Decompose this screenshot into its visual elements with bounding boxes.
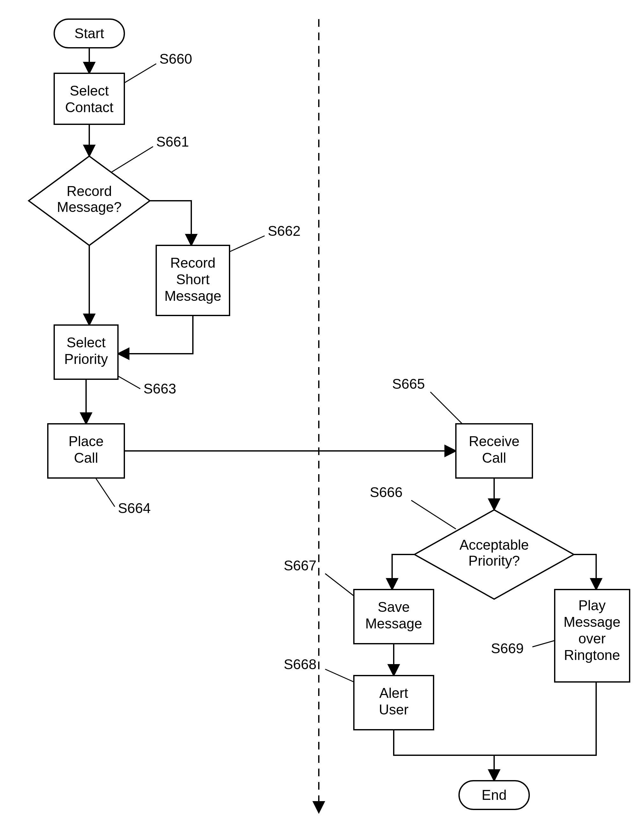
- edge-s666-s669: [574, 554, 596, 589]
- lead-s661: [112, 147, 153, 172]
- svg-text:Message: Message: [365, 616, 422, 631]
- start-text: Start: [74, 25, 104, 41]
- svg-text:Acceptable: Acceptable: [459, 537, 529, 553]
- svg-text:Place: Place: [68, 433, 104, 449]
- svg-text:User: User: [379, 702, 409, 717]
- node-s661: Record Message?: [29, 156, 150, 245]
- edge-s668-end: [394, 730, 494, 781]
- lead-s660: [124, 64, 156, 83]
- label-s667: S667: [284, 558, 316, 573]
- node-s665: Receive Call: [456, 424, 532, 478]
- node-s669: Play Message over Ringtone: [555, 589, 630, 682]
- lead-s669: [532, 641, 555, 647]
- node-s666: Acceptable Priority?: [415, 510, 574, 599]
- svg-text:Message?: Message?: [57, 199, 122, 215]
- start-node: Start: [54, 19, 124, 48]
- flowchart-canvas: Start Select Contact S660 Record Message…: [0, 0, 636, 840]
- lead-s665: [430, 392, 462, 424]
- svg-text:Record: Record: [170, 255, 215, 270]
- label-s669: S669: [491, 641, 524, 656]
- svg-text:Priority?: Priority?: [468, 553, 520, 568]
- svg-rect-1: [54, 73, 124, 124]
- svg-text:Priority: Priority: [64, 351, 108, 367]
- label-s661: S661: [156, 134, 189, 150]
- svg-text:Alert: Alert: [380, 685, 408, 701]
- label-s660: S660: [160, 51, 192, 66]
- svg-text:Save: Save: [378, 599, 410, 615]
- node-s662: Record Short Message: [156, 245, 229, 316]
- label-s662: S662: [268, 223, 301, 239]
- svg-text:Ringtone: Ringtone: [564, 647, 620, 663]
- edge-s662-s663: [118, 316, 193, 354]
- svg-text:Contact: Contact: [65, 99, 114, 115]
- end-text: End: [482, 787, 506, 803]
- lead-s663: [118, 376, 140, 389]
- lead-s667: [325, 573, 354, 596]
- svg-text:Play: Play: [578, 597, 606, 613]
- label-s664: S664: [118, 500, 151, 516]
- edge-s661-s662: [150, 201, 191, 245]
- end-node: End: [459, 781, 529, 809]
- label-s666: S666: [370, 485, 403, 500]
- svg-text:over: over: [578, 631, 606, 646]
- lead-s666: [411, 500, 456, 529]
- svg-text:Select: Select: [66, 335, 106, 350]
- svg-text:Call: Call: [74, 450, 98, 466]
- svg-text:Message: Message: [564, 614, 621, 630]
- label-s668: S668: [284, 657, 316, 672]
- node-s668: Alert User: [354, 676, 433, 730]
- node-s667: Save Message: [354, 589, 433, 644]
- node-s664: Place Call: [48, 424, 124, 478]
- svg-text:Record: Record: [66, 183, 112, 199]
- svg-text:Short: Short: [176, 272, 209, 287]
- lead-s668: [325, 669, 354, 682]
- edge-s666-s667: [392, 554, 415, 589]
- edge-s669-merge: [494, 682, 596, 755]
- svg-text:Select: Select: [70, 83, 109, 98]
- node-s660: Select Contact: [54, 73, 124, 124]
- svg-text:Receive: Receive: [469, 433, 520, 449]
- svg-text:Message: Message: [165, 288, 221, 304]
- lead-s662: [229, 236, 264, 252]
- label-s665: S665: [392, 376, 425, 392]
- label-s663: S663: [144, 381, 176, 396]
- svg-text:Call: Call: [482, 450, 506, 466]
- lead-s664: [96, 478, 115, 507]
- node-s663: Select Priority: [54, 325, 118, 379]
